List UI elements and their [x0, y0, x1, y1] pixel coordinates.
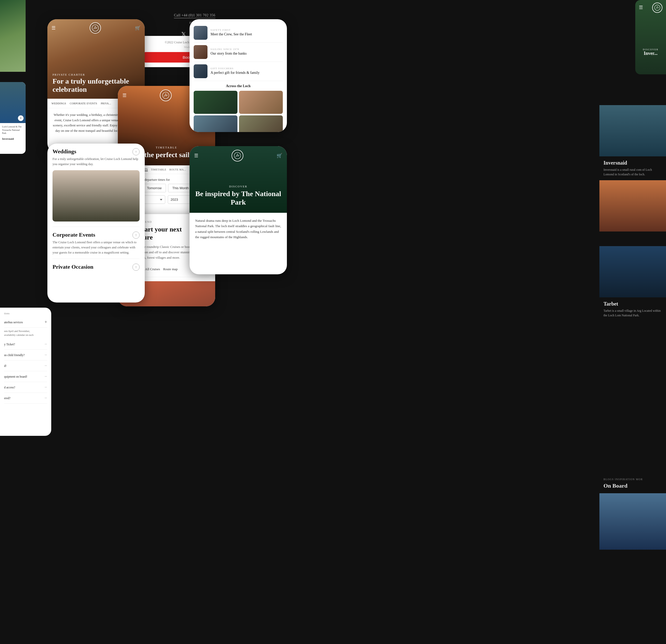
menu-icon[interactable]: ☰ [52, 25, 56, 31]
faq-ticket-toggle[interactable]: − [45, 341, 47, 347]
tab-corporate[interactable]: CORPORATE EVENTS [70, 102, 97, 105]
tab-private[interactable]: PRIVA... [101, 102, 111, 105]
tarbet-name: Tarbet [603, 301, 662, 307]
discover-title-right: Inver... [635, 51, 666, 56]
faq-insured-toggle[interactable]: − [45, 395, 47, 401]
corporate-title: Corporate Events [53, 232, 95, 238]
divider-2 [53, 259, 140, 259]
wedding-image [53, 170, 140, 221]
faq-waterbus-toggle[interactable]: + [45, 319, 47, 325]
faq-access-label: d access? [4, 386, 15, 389]
across-loch-title: Across the Loch [194, 84, 283, 88]
across-cell-4 [239, 115, 283, 132]
logo [90, 22, 101, 34]
faq-waterbus-body: een April and November,availability cale… [4, 328, 47, 339]
hero-topbar: ☰ 🛒 [47, 22, 145, 34]
corporate-body: The Cruise Loch Lomond fleet offers a un… [53, 240, 140, 255]
blog-thumb-2 [194, 45, 208, 59]
add-button[interactable]: + [18, 115, 23, 121]
scenery-image [0, 0, 25, 72]
inversnaid-info: Inversnaid Inversnaid is a small rural c… [599, 156, 666, 180]
svg-point-5 [234, 152, 241, 159]
faq-equipment-toggle[interactable]: − [45, 374, 47, 379]
svg-point-6 [654, 5, 660, 11]
corporate-section-row: Corporate Events ↑ [53, 232, 140, 239]
map-image: + [0, 82, 25, 123]
blog-meta-2: SAILING SINCE 1978 Our story from the ba… [211, 48, 283, 56]
tab-weddings[interactable]: WEDDINGS [52, 102, 66, 105]
weddings-expand[interactable]: ↑ [133, 148, 140, 155]
across-loch-grid [194, 91, 283, 132]
blog-meta-1: SAFETY FIRST Meet the Crew, See the Flee… [211, 29, 283, 37]
faq-insured-label: ered? [4, 396, 11, 400]
hero-section: ☰ 🛒 DISCOVER Be inspired by The National… [190, 146, 287, 213]
blog-content: SAFETY FIRST Meet the Crew, See the Flee… [190, 19, 287, 132]
blog-item-3: GIFT VOUCHERS A perfect gift for friends… [194, 62, 283, 81]
tomorrow-button[interactable]: Tomorrow [143, 184, 166, 192]
faq-content: tions aterbus services + een April and N… [0, 308, 51, 408]
inversnaid-card: Inversnaid Inversnaid is a small rural c… [599, 105, 666, 232]
faq-equipment-label: quipment on board! [4, 375, 28, 378]
blog-meta-3: GIFT VOUCHERS A perfect gift for friends… [211, 67, 283, 75]
blog-thumb-1 [194, 26, 208, 40]
private-title: Private Occasion [53, 264, 93, 270]
blog-title-3[interactable]: A perfect gift for friends & family [211, 70, 283, 75]
blog-title-2[interactable]: Our story from the banks [211, 51, 283, 56]
faq-row-child: us child friendly? − [4, 350, 47, 360]
tarbet-hero [599, 246, 666, 298]
on-board-title: On Board [599, 482, 666, 493]
faq-phone: tions aterbus services + een April and N… [0, 308, 51, 436]
phone-discover: ☰ 🛒 DISCOVER Be inspired by The National… [190, 146, 287, 274]
private-section-row: Private Occasion ↑ [53, 264, 140, 271]
wedding-image-inner [53, 170, 140, 221]
discover-small: DISCOVER [635, 48, 666, 51]
faq-row-ticket: y Ticket? − [4, 339, 47, 350]
faq-waterbus-label: aterbus services [4, 321, 23, 324]
menu-icon-right[interactable]: ☰ [639, 5, 643, 10]
private-expand[interactable]: ↑ [133, 264, 140, 271]
faq-d-label: d! [4, 364, 7, 367]
tarbet-card: Tarbet Tarbet is a small village in Arg … [599, 246, 666, 321]
tab-route-map[interactable]: ROUTE MA... [169, 168, 186, 171]
inversnaid-badge: Inversnaid [0, 136, 25, 142]
across-cell-1 [194, 91, 238, 114]
hero-text: DISCOVER Be inspired by The National Par… [190, 185, 287, 207]
faq-section-label: tions [4, 312, 47, 315]
right-panel: ☰ DISCOVER Inver... Inversnaid Inversnai… [594, 0, 666, 644]
blog-category-2: SAILING SINCE 1978 [211, 48, 283, 51]
weddings-title: Weddings [53, 148, 76, 155]
blog-item-2: SAILING SINCE 1978 Our story from the ba… [194, 43, 283, 62]
tarbet-info: Tarbet Tarbet is a small village in Arg … [599, 298, 666, 321]
cart-icon[interactable]: 🛒 [135, 25, 141, 31]
blog-thumb-3 [194, 64, 208, 78]
discover-body: Natural drama runs deep in Loch Lomond a… [190, 213, 287, 245]
discover-title: Be inspired by The National Park [190, 189, 287, 207]
all-cruises-link[interactable]: All Cruises [145, 267, 160, 271]
across-cell-3 [194, 115, 238, 132]
weddings-section-row: Weddings ↑ [53, 148, 140, 155]
on-board-blog: BLOGS INSPIRATION MOR On Board [599, 474, 666, 550]
inversnaid-name: Inversnaid [603, 160, 662, 166]
blog-title-1[interactable]: Meet the Crew, See the Fleet [211, 32, 283, 37]
right-top-phone: ☰ DISCOVER Inver... [635, 0, 666, 74]
left-top-partial [0, 0, 25, 72]
menu-icon[interactable]: ☰ [122, 92, 126, 98]
faq-row-access: d access? − [4, 382, 47, 393]
svg-point-4 [162, 92, 169, 99]
discover-label: DISCOVER [190, 185, 287, 188]
faq-child-toggle[interactable]: − [45, 352, 47, 358]
logo [231, 150, 243, 162]
phone-number[interactable]: Call +44 (0)1 301 702 356 [174, 13, 215, 18]
tab-timetable[interactable]: TIMETABLE [151, 168, 166, 171]
route-map-link[interactable]: Route map [163, 267, 178, 271]
logo [160, 89, 172, 101]
faq-access-toggle[interactable]: − [45, 385, 47, 390]
on-board-category: BLOGS INSPIRATION MOR [599, 474, 666, 482]
cart-icon[interactable]: 🛒 [277, 153, 282, 158]
faq-child-label: us child friendly? [4, 354, 24, 357]
menu-icon[interactable]: ☰ [194, 153, 198, 158]
corporate-expand[interactable]: ↑ [133, 232, 140, 239]
map-partial: + Loch Lomond & The Trossachs National P… [0, 82, 25, 154]
weddings-body: For a truly unforgettable celebration, l… [53, 156, 140, 167]
faq-d-toggle[interactable]: − [45, 363, 47, 368]
